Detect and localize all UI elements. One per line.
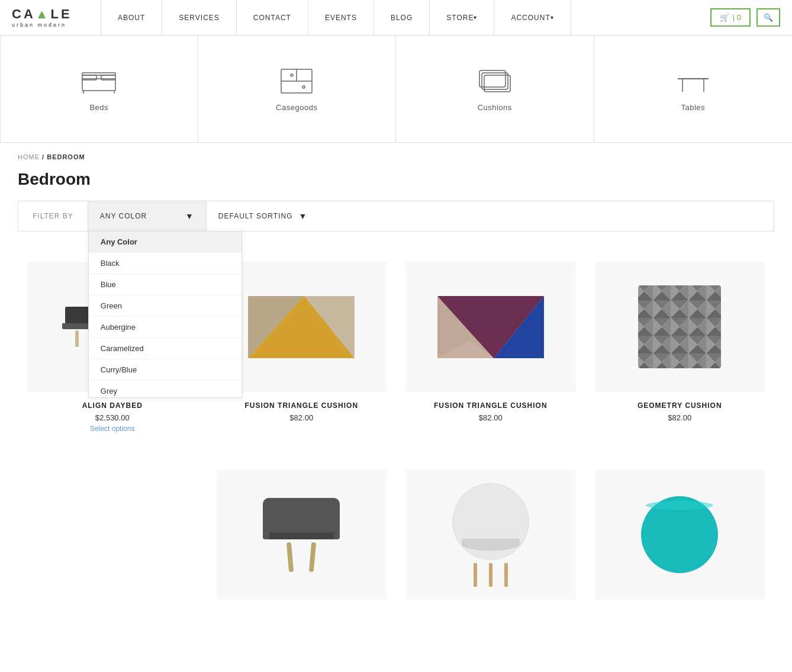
product-card-stool-dark[interactable] <box>207 457 397 622</box>
product-link-align-daybed[interactable]: Select options <box>90 425 134 433</box>
category-casegoods[interactable]: Casegoods <box>198 36 397 142</box>
nav-store[interactable]: STORE <box>430 0 494 36</box>
white-stool-top <box>452 483 529 560</box>
category-beds[interactable]: Beds <box>0 36 198 142</box>
color-option-aubergine[interactable]: Aubergine <box>89 317 242 338</box>
nav-events[interactable]: EVENTS <box>308 0 374 36</box>
logo[interactable]: CA▲LE urban modern <box>12 8 83 28</box>
sort-select[interactable]: DEFAULT SORTING ▼ <box>207 201 349 231</box>
nav-account[interactable]: ACCOUNT <box>494 0 571 36</box>
filter-bar: FILTER BY ANY COLOR ▼ Any Color Black Bl… <box>18 201 774 231</box>
white-stool-leg-3 <box>504 563 508 587</box>
product-name-fusion-2: FUSION TRIANGLE CUSHION <box>434 401 548 410</box>
dark-stool-top <box>263 498 340 539</box>
cart-count: | 0 <box>733 13 741 22</box>
fusion-cushion-1-svg <box>245 293 358 361</box>
product-card-fusion-2[interactable]: FUSION TRIANGLE CUSHION $82.00 <box>396 249 585 445</box>
nav-services[interactable]: SERVICES <box>162 0 236 36</box>
product-name-geometry: GEOMETRY CUSHION <box>638 401 722 410</box>
cart-icon: 🛒 <box>720 13 729 22</box>
category-cushions[interactable]: Cushions <box>396 36 594 142</box>
breadcrumb-separator: / <box>42 153 47 160</box>
svg-point-9 <box>291 74 293 76</box>
svg-rect-1 <box>82 75 96 80</box>
color-option-green[interactable]: Green <box>89 295 242 317</box>
svg-rect-2 <box>101 75 115 80</box>
white-stool-leg-2 <box>489 563 492 587</box>
dark-stool-legs <box>288 542 315 572</box>
svg-point-10 <box>302 86 305 88</box>
teal-stool-highlight <box>646 501 713 510</box>
product-card-stool-teal[interactable] <box>585 457 775 622</box>
daybed-leg-1 <box>75 330 79 347</box>
product-card-geometry[interactable]: GEOMETRY CUSHION $82.00 <box>585 249 775 445</box>
product-price-fusion-1: $82.00 <box>289 413 313 422</box>
filter-by-label: FILTER BY <box>18 201 88 231</box>
category-tables-label: Tables <box>681 103 705 112</box>
white-stool-legs <box>474 563 508 587</box>
nav-about[interactable]: ABOUT <box>101 0 162 36</box>
color-option-any[interactable]: Any Color <box>89 231 242 253</box>
color-option-caramelized[interactable]: Caramelized <box>89 338 242 359</box>
product-image-fusion-2 <box>405 262 576 392</box>
search-button[interactable]: 🔍 <box>756 8 780 27</box>
color-filter-wrapper: ANY COLOR ▼ Any Color Black Blue Green A… <box>88 201 207 231</box>
category-tables[interactable]: Tables <box>594 36 793 142</box>
category-cushions-label: Cushions <box>478 103 512 112</box>
fusion-cushion-2-svg <box>434 293 547 361</box>
cart-button[interactable]: 🛒 | 0 <box>710 8 751 27</box>
navbar: CA▲LE urban modern ABOUT SERVICES CONTAC… <box>0 0 792 36</box>
logo-text: CA▲LE <box>12 8 83 21</box>
product-price-fusion-2: $82.00 <box>479 413 503 422</box>
product-name-align-daybed: ALIGN DAYBED <box>82 401 143 410</box>
dark-stool-rim <box>269 532 334 539</box>
product-image-stool-white <box>405 470 576 600</box>
casegoods-icon <box>279 66 314 96</box>
breadcrumb-home[interactable]: HOME <box>18 153 40 160</box>
color-filter-value: ANY COLOR <box>100 212 147 220</box>
geometry-cushion-svg <box>635 282 724 371</box>
product-image-geometry <box>595 262 765 392</box>
white-stool-shadow <box>462 539 520 551</box>
product-price-align-daybed: $2,530.00 <box>95 413 130 422</box>
svg-rect-5 <box>82 73 115 75</box>
breadcrumb-current: BEDROOM <box>47 153 85 160</box>
product-image-stool-dark <box>217 470 387 600</box>
nav-links: ABOUT SERVICES CONTACT EVENTS BLOG STORE… <box>101 0 710 36</box>
color-dropdown-menu: Any Color Black Blue Green Aubergine Car… <box>88 231 242 398</box>
teal-stool-top <box>641 496 718 573</box>
product-name-fusion-1: FUSION TRIANGLE CUSHION <box>244 401 358 410</box>
svg-rect-0 <box>82 79 115 91</box>
color-filter-arrow: ▼ <box>185 211 194 221</box>
color-option-black[interactable]: Black <box>89 253 242 274</box>
color-dropdown-scroll[interactable]: Any Color Black Blue Green Aubergine Car… <box>89 231 242 397</box>
product-card-stool-white[interactable] <box>396 457 585 622</box>
color-filter[interactable]: ANY COLOR ▼ <box>88 201 207 231</box>
nav-blog[interactable]: BLOG <box>374 0 430 36</box>
color-option-curry-blue[interactable]: Curry/Blue <box>89 359 242 381</box>
page-title: Bedroom <box>0 165 792 201</box>
svg-rect-31 <box>638 285 721 368</box>
search-icon: 🔍 <box>764 13 773 22</box>
color-option-blue[interactable]: Blue <box>89 274 242 295</box>
white-stool-leg-1 <box>474 563 477 587</box>
category-grid: Beds Casegoods Cushions <box>0 36 792 143</box>
cushions-icon <box>477 66 513 96</box>
dark-stool-leg-2 <box>309 542 316 572</box>
breadcrumb: HOME / BEDROOM <box>0 143 792 165</box>
product-card-empty <box>18 457 207 622</box>
dark-stool-visual <box>263 498 340 572</box>
color-option-grey[interactable]: Grey <box>89 381 242 397</box>
teal-stool-visual <box>641 496 718 573</box>
category-beds-label: Beds <box>89 103 108 112</box>
category-casegoods-label: Casegoods <box>276 103 317 112</box>
tables-icon <box>675 66 711 96</box>
nav-right: 🛒 | 0 🔍 <box>710 8 780 27</box>
dark-stool-leg-1 <box>286 542 294 572</box>
product-price-geometry: $82.00 <box>668 413 691 422</box>
logo-icon: ▲ <box>36 8 51 21</box>
nav-contact[interactable]: CONTACT <box>237 0 308 36</box>
product-image-stool-teal <box>595 470 765 600</box>
logo-sub: urban modern <box>12 22 83 28</box>
white-stool-visual <box>452 483 529 587</box>
